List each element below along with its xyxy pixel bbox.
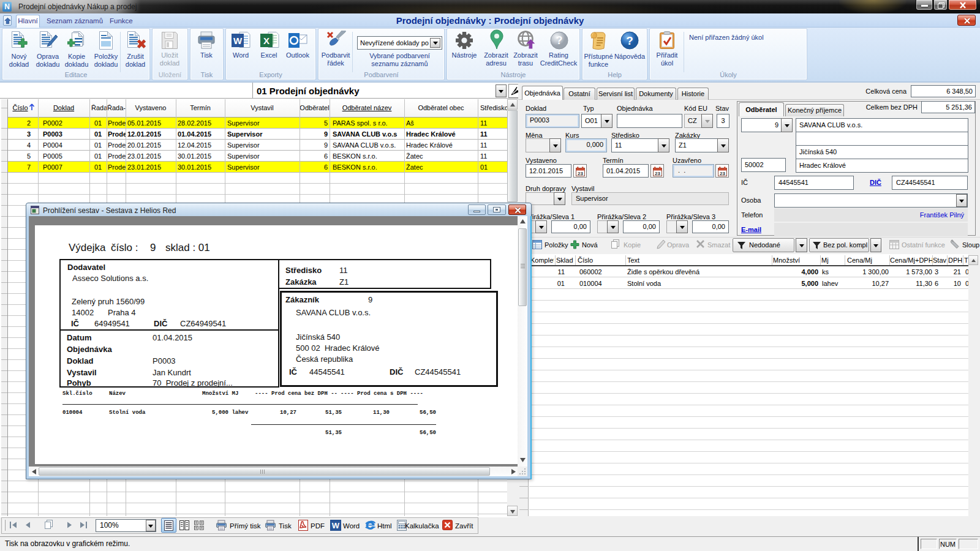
svg-text:?: ? [626,34,633,47]
svg-text:?: ? [556,34,563,47]
svg-text:X: X [263,36,270,46]
svg-text:23: 23 [578,171,583,176]
svg-text:23: 23 [655,171,660,176]
svg-text:W: W [233,36,243,46]
svg-text:23: 23 [720,171,725,176]
svg-text:W: W [332,521,340,530]
